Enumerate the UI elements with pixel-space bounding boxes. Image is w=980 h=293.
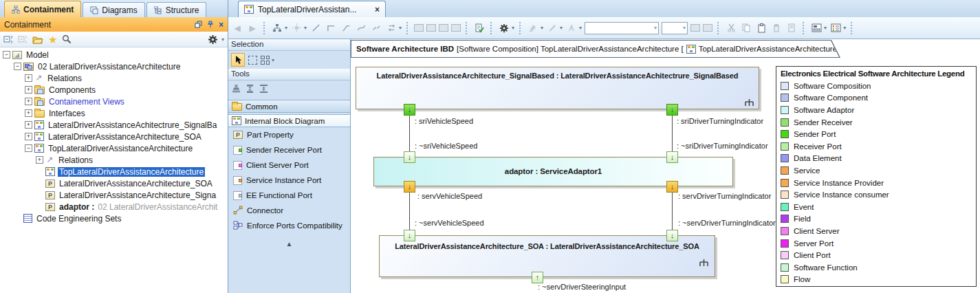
diagram-canvas[interactable]: Software Architecture IBD [Software Comp… bbox=[351, 39, 980, 293]
paste-button[interactable] bbox=[755, 22, 767, 34]
toolbar-grip[interactable] bbox=[803, 22, 805, 34]
sender-port[interactable]: ↓ bbox=[666, 104, 678, 116]
distribute-vertical-tool[interactable] bbox=[245, 84, 255, 95]
tree-item-top-ibd[interactable]: − TopLateralDriverAssistanceArchitecture bbox=[0, 142, 228, 154]
expander-icon[interactable]: + bbox=[25, 86, 32, 94]
receiver-port-up[interactable]: ↑ bbox=[532, 272, 543, 283]
line-style-oblique-button[interactable] bbox=[340, 22, 352, 34]
dropdown-caret-icon[interactable]: ▾ bbox=[304, 25, 307, 31]
service-port[interactable]: ↓ bbox=[666, 181, 678, 193]
connector-line[interactable] bbox=[672, 116, 673, 151]
tree-item-containement-views[interactable]: + Containement Views bbox=[0, 96, 228, 107]
show-frame-button[interactable] bbox=[451, 24, 461, 32]
back-button[interactable]: ◀ bbox=[231, 22, 243, 34]
multi-select-tool[interactable] bbox=[261, 56, 270, 65]
magnet-layout-button[interactable] bbox=[290, 22, 303, 34]
palette-item-enforce-ports[interactable]: Enforce Ports Compatibility bbox=[228, 218, 350, 233]
delete-button[interactable] bbox=[770, 22, 783, 34]
tree-item-part-adaptor[interactable]: P adaptor : 02 LateralDriverAssistanceAr… bbox=[0, 201, 228, 213]
expander-icon[interactable]: + bbox=[25, 74, 32, 82]
line-style-curve-button[interactable] bbox=[355, 22, 367, 34]
palette-item-sender-receiver-port[interactable]: Sender Receiver Port bbox=[228, 142, 350, 158]
receiver-port[interactable]: ↓ bbox=[666, 151, 678, 163]
expander-icon[interactable]: − bbox=[25, 144, 32, 152]
paste-special-button[interactable] bbox=[785, 22, 798, 34]
font-color-button[interactable] bbox=[565, 22, 578, 34]
expander-icon[interactable]: + bbox=[25, 109, 32, 117]
collapse-vertical-tool[interactable] bbox=[259, 84, 269, 95]
settings-dropdown-caret-icon[interactable]: ▾ bbox=[221, 36, 224, 43]
dropdown-caret-icon[interactable]: ▾ bbox=[843, 25, 846, 31]
apply-style-button[interactable] bbox=[690, 24, 700, 32]
receiver-port[interactable]: ↓ bbox=[666, 230, 678, 241]
window-layout-button[interactable] bbox=[810, 22, 823, 34]
tree-item-part-signal[interactable]: P LateralDriverAssistanceArchitecture_Si… bbox=[0, 189, 228, 201]
dropdown-caret-icon[interactable]: ▾ bbox=[560, 25, 563, 31]
expander-icon[interactable]: + bbox=[25, 133, 32, 140]
tree-item-relations[interactable]: + ↗ Relations bbox=[0, 72, 228, 84]
open-folder-icon[interactable] bbox=[32, 35, 43, 44]
clear-style-button[interactable] bbox=[703, 24, 712, 32]
line-style-spline-button[interactable] bbox=[370, 22, 382, 34]
toolbar-grip[interactable] bbox=[490, 22, 493, 34]
block-soa[interactable]: LateralDriverAssistanceArchitecture_SOA … bbox=[379, 235, 715, 277]
expander-icon[interactable]: + bbox=[36, 156, 43, 164]
copy-button[interactable] bbox=[740, 22, 752, 34]
settings-gear-icon[interactable] bbox=[208, 34, 218, 45]
collapse-selected-icon[interactable] bbox=[18, 34, 28, 44]
diagram-tab-close-icon[interactable]: × bbox=[375, 5, 380, 14]
block-signalbased[interactable]: LateralDriverAssistanceArchitecture_Sign… bbox=[356, 67, 759, 109]
expander-icon[interactable]: + bbox=[25, 98, 32, 105]
tree-item-model[interactable]: − Model bbox=[0, 49, 228, 61]
tree-item-part-soa[interactable]: P LateralDriverAssistanceArchitecture_SO… bbox=[0, 177, 228, 189]
line-style-diagonal-button[interactable] bbox=[309, 22, 322, 34]
font-size-combo[interactable]: ▾ bbox=[662, 22, 688, 34]
pin-icon[interactable] bbox=[207, 21, 214, 28]
tree-item-relations-2[interactable]: + ↗ Relations bbox=[0, 154, 228, 166]
palette-item-ee-functional-port[interactable]: EE Functional Port bbox=[228, 188, 350, 203]
collapse-all-icon[interactable] bbox=[3, 34, 13, 44]
select-cursor-tool[interactable] bbox=[231, 53, 245, 67]
palette-item-service-instance-port[interactable]: Service Instance Port bbox=[228, 173, 350, 188]
palette-item-connector[interactable]: Connector bbox=[228, 203, 350, 218]
receiver-port[interactable]: ↓ bbox=[404, 151, 415, 163]
show-ports-button[interactable] bbox=[414, 24, 424, 32]
palette-collapse-button[interactable]: ▲ bbox=[228, 240, 350, 248]
dropdown-caret-icon[interactable]: ▾ bbox=[272, 57, 274, 63]
restore-icon[interactable] bbox=[195, 21, 202, 28]
toolbar-grip[interactable] bbox=[851, 22, 853, 34]
tree-item-signalbased-ibd[interactable]: + LateralDriverAssistanceAchitectrure_Si… bbox=[0, 119, 228, 131]
swap-ends-button[interactable] bbox=[385, 22, 398, 34]
block-adaptor[interactable]: adaptor : ServiceAdaptor1 bbox=[373, 157, 733, 186]
search-icon[interactable] bbox=[62, 34, 72, 44]
connector-line[interactable] bbox=[672, 193, 673, 230]
show-compartments-button[interactable] bbox=[426, 24, 436, 32]
toolbar-grip[interactable] bbox=[406, 22, 409, 34]
tree-item-components[interactable]: + Components bbox=[0, 84, 228, 96]
tab-diagrams[interactable]: Diagrams bbox=[83, 2, 144, 17]
palette-item-client-server-port[interactable]: Client Server Port bbox=[228, 158, 350, 173]
expander-icon[interactable]: − bbox=[3, 51, 10, 58]
sender-port[interactable]: ↓ bbox=[404, 104, 415, 116]
cut-button[interactable] bbox=[725, 22, 737, 34]
legend-list-button[interactable] bbox=[829, 22, 842, 34]
tab-structure[interactable]: Structure bbox=[146, 2, 207, 17]
toolbar-grip[interactable] bbox=[519, 22, 522, 34]
dropdown-caret-icon[interactable]: ▾ bbox=[285, 25, 287, 31]
stamp-tool[interactable] bbox=[231, 84, 241, 95]
line-style-rectilinear-button[interactable] bbox=[325, 22, 337, 34]
architecture-legend[interactable]: Electronics Electrical Software Architec… bbox=[776, 66, 977, 287]
fill-color-button[interactable] bbox=[527, 22, 539, 34]
tree-item-package[interactable]: − 02 LateralDriverAssistanceArchitecture bbox=[0, 61, 228, 72]
connector-line[interactable] bbox=[409, 116, 410, 151]
tree-item-interfaces[interactable]: + Interfaces bbox=[0, 107, 228, 119]
palette-item-part-property[interactable]: P Part Property bbox=[228, 127, 350, 142]
diagram-tab[interactable]: TopLateralDriverAssistan... × bbox=[238, 1, 386, 17]
layout-tree-button[interactable] bbox=[271, 22, 283, 34]
expander-icon[interactable]: − bbox=[14, 63, 21, 70]
palette-section-ibd[interactable]: Internal Block Diagram bbox=[228, 114, 350, 127]
font-name-combo[interactable]: ▾ bbox=[585, 22, 659, 34]
palette-section-common[interactable]: Common bbox=[228, 100, 350, 113]
connector-line[interactable] bbox=[409, 193, 410, 230]
dropdown-caret-icon[interactable]: ▾ bbox=[824, 25, 827, 31]
